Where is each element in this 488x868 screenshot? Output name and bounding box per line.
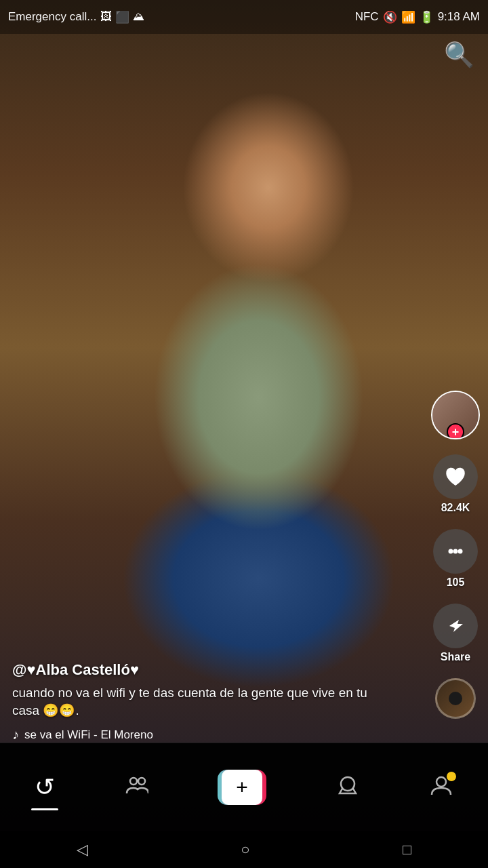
right-action-panel: + 82.4K 105 Share (431, 391, 480, 719)
landscape-icon: ⛰ (133, 10, 144, 24)
like-count: 82.4K (441, 502, 470, 514)
comment-count: 105 (447, 576, 465, 589)
nav-inbox[interactable] (336, 773, 360, 801)
like-button[interactable]: 82.4K (433, 454, 478, 514)
home-button[interactable]: ○ (241, 841, 249, 859)
nav-profile[interactable] (429, 773, 453, 801)
time-display: 9:18 AM (438, 10, 480, 24)
creator-avatar: + (431, 391, 480, 439)
nfc-indicator: NFC (355, 10, 379, 24)
share-icon (433, 604, 478, 648)
back-button[interactable]: ◁ (77, 841, 88, 859)
mute-icon: 🔇 (383, 10, 397, 24)
svg-point-4 (138, 778, 145, 785)
video-overlay-info: @♥Alba Castelló♥ cuando no va el wifi y … (0, 661, 407, 743)
creator-avatar-item[interactable]: + (431, 391, 480, 439)
inbox-icon (336, 773, 360, 801)
nav-home[interactable]: ↺ (35, 775, 55, 800)
svg-point-1 (453, 549, 458, 554)
share-label: Share (441, 651, 470, 663)
svg-point-0 (449, 549, 453, 554)
sound-disc (435, 678, 476, 719)
nav-create[interactable]: + (218, 770, 266, 805)
svg-point-6 (436, 777, 446, 787)
video-caption: cuando no va el wifi y te das cuenta de … (12, 684, 394, 720)
create-button[interactable]: + (218, 770, 266, 805)
battery-saver-icon: ⬛ (115, 10, 129, 24)
status-bar: Emergency call... 🖼 ⬛ ⛰ NFC 🔇 📶 🔋 9:18 A… (0, 0, 488, 34)
comment-icon (433, 529, 478, 574)
user-handle[interactable]: @♥Alba Castelló♥ (12, 661, 394, 679)
share-button[interactable]: Share (433, 604, 478, 663)
nav-discover[interactable] (124, 773, 148, 801)
sound-disc-center (449, 692, 462, 705)
svg-point-2 (458, 549, 463, 554)
recent-button[interactable]: □ (403, 841, 411, 859)
search-button[interactable]: 🔍 (444, 41, 474, 69)
comment-button[interactable]: 105 (433, 529, 478, 589)
wifi-icon: 📶 (401, 10, 415, 24)
home-icon: ↺ (35, 775, 55, 800)
search-icon: 🔍 (444, 41, 474, 68)
video-person-overlay (0, 34, 488, 732)
sound-info[interactable]: ♪ se va el WiFi - El Moreno (12, 727, 394, 743)
emergency-call-text: Emergency call... (8, 10, 96, 24)
android-navigation-bar: ◁ ○ □ (0, 831, 488, 868)
bottom-navigation: ↺ + (0, 743, 488, 831)
profile-notification-dot (447, 772, 456, 781)
battery-icon: 🔋 (420, 10, 434, 24)
svg-point-5 (341, 777, 354, 791)
gallery-icon: 🖼 (100, 10, 112, 24)
heart-icon (433, 454, 478, 499)
follow-plus-badge: + (447, 423, 464, 439)
music-note-icon: ♪ (12, 727, 19, 743)
plus-icon: + (236, 776, 248, 799)
sound-disc-item (435, 678, 476, 719)
sound-name: se va el WiFi - El Moreno (24, 728, 153, 742)
discover-icon (124, 773, 148, 801)
svg-point-3 (130, 778, 137, 785)
